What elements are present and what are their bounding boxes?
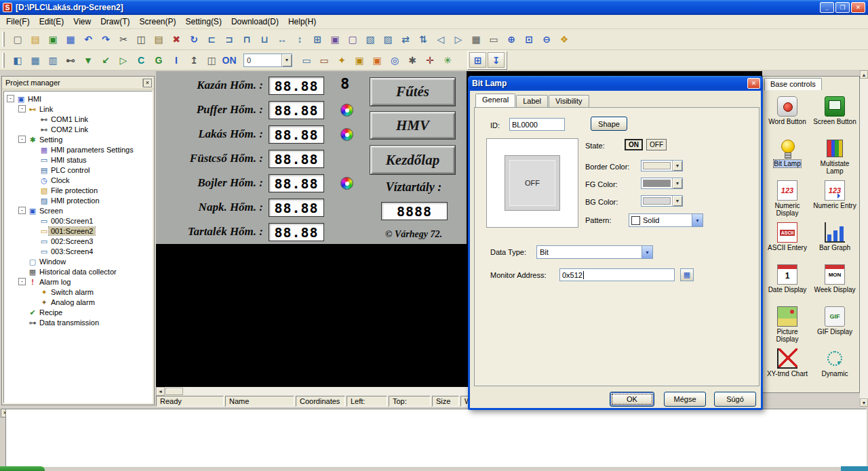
bring-front-icon[interactable]: ▧ <box>361 31 379 48</box>
password-icon[interactable]: ✦ <box>333 52 351 68</box>
toolbar-grip[interactable] <box>2 53 5 68</box>
hmi-label[interactable]: Puffer Hőm. : <box>156 103 263 117</box>
ok-button[interactable]: OK <box>610 392 654 407</box>
scroll-left-icon[interactable]: ◄ <box>156 387 165 396</box>
page-list-icon[interactable]: ◫ <box>203 52 220 68</box>
offline-simulation-icon[interactable]: ▭ <box>315 52 333 68</box>
align-bottom-icon[interactable]: ⊔ <box>256 31 273 48</box>
kezdolap-button[interactable]: Kezdőlap <box>370 145 456 175</box>
numeric-display[interactable]: 88.88 <box>269 199 324 217</box>
control-picture-display[interactable]: Picture Display <box>764 304 811 346</box>
help-button[interactable]: Súgó <box>714 392 756 407</box>
cancel-button[interactable]: Mégse <box>664 392 706 407</box>
pattern-select[interactable]: Solid ▼ <box>629 213 703 227</box>
add-screen-icon[interactable]: ▣ <box>44 31 62 48</box>
tree-item-window[interactable]: ▢Window <box>4 256 152 266</box>
tab-visibility[interactable]: Visibility <box>549 95 589 107</box>
collapse-toggle[interactable]: - <box>18 207 26 214</box>
output-content[interactable] <box>5 409 867 467</box>
tree-item-data-transmission[interactable]: ⊶Data transmission <box>4 317 152 327</box>
tree-item-file-protection[interactable]: ▧File protection <box>4 185 152 195</box>
tree-item-hmi-status[interactable]: ▭HMI status <box>4 155 152 165</box>
lock-icon[interactable]: ▣ <box>351 52 368 68</box>
tree-item-clock[interactable]: ◷Clock <box>4 175 152 185</box>
compile-icon[interactable]: C <box>132 52 150 68</box>
hmi-design-screen[interactable]: Kazán Hőm. : Puffer Hőm. : Lakás Hőm. : … <box>156 71 467 244</box>
hmi-label[interactable]: Kazán Hőm. : <box>156 79 263 92</box>
control-gif-display[interactable]: GIFGIF Display <box>811 304 859 346</box>
monitor-address-input[interactable]: 0x512 <box>559 268 675 281</box>
color-wheel-object[interactable] <box>340 128 353 141</box>
com-connect-icon[interactable]: ⊷ <box>62 52 79 68</box>
control-xy-trend-chart[interactable]: XY-trnd Chart <box>764 346 811 388</box>
state-off-button[interactable]: OFF <box>646 139 667 150</box>
menu-file[interactable]: File(F) <box>1 15 35 28</box>
tile-windows-icon[interactable]: ▦ <box>26 52 44 68</box>
color-wheel-object[interactable] <box>340 177 353 190</box>
tools-icon[interactable]: ✛ <box>421 52 439 68</box>
menu-setting[interactable]: Setting(S) <box>181 15 226 28</box>
tree-item-analog-alarm[interactable]: ✦Analog alarm <box>4 297 152 307</box>
collapse-toggle[interactable]: - <box>18 105 26 112</box>
control-numeric-display[interactable]: 123Numeric Display <box>764 178 811 220</box>
cascade-windows-icon[interactable]: ▥ <box>44 52 62 68</box>
numeric-display[interactable]: 88.88 <box>269 223 324 241</box>
monitor-icon[interactable]: ▭ <box>298 52 315 68</box>
tab-general[interactable]: General <box>475 94 515 107</box>
toolbar-grip[interactable] <box>2 32 5 47</box>
menu-draw[interactable]: Draw(T) <box>96 15 134 28</box>
control-week-display[interactable]: MONWeek Display <box>811 262 859 304</box>
scroll-up-icon[interactable]: ▲ <box>860 70 868 79</box>
download-icon[interactable]: ▼ <box>79 52 97 68</box>
tree-item-alarm-log[interactable]: -!Alarm log <box>4 277 152 287</box>
bg-color-select[interactable]: ▼ <box>641 195 683 207</box>
zoom-combobox[interactable]: 0 ▼ <box>243 54 292 67</box>
flip-vertical-icon[interactable]: ▷ <box>450 31 467 48</box>
align-left-icon[interactable]: ⊏ <box>203 31 220 48</box>
space-horizontal-icon[interactable]: ⇄ <box>397 31 414 48</box>
taskbar-start-fragment[interactable] <box>0 466 45 471</box>
tree-item-link[interactable]: -⊷Link <box>4 104 152 114</box>
tree-item-recipe[interactable]: ✔Recipe <box>4 307 152 317</box>
save-icon[interactable]: ▦ <box>62 31 79 48</box>
zoom-in-icon[interactable]: ⊕ <box>502 31 520 48</box>
border-color-select[interactable]: ▼ <box>641 160 683 171</box>
tree-item-screen1[interactable]: ▭000:Screen1 <box>4 216 152 226</box>
menu-help[interactable]: Help(H) <box>283 15 321 28</box>
redo-icon[interactable]: ↷ <box>97 31 115 48</box>
same-width-icon[interactable]: ↔ <box>273 31 291 48</box>
simulate-icon[interactable]: ON <box>220 52 238 68</box>
same-size-icon[interactable]: ⊞ <box>309 31 326 48</box>
close-button[interactable]: ✕ <box>851 2 865 13</box>
align-right-icon[interactable]: ⊐ <box>220 31 238 48</box>
collapse-toggle[interactable]: - <box>18 278 26 285</box>
numeric-display[interactable]: 88.88 <box>269 125 324 144</box>
tree-item-hmi-parameters[interactable]: ▦HMI parameters Settings <box>4 144 152 155</box>
tank-display[interactable]: 8888 <box>381 202 448 220</box>
paste-icon[interactable]: ▤ <box>150 31 167 48</box>
control-date-display[interactable]: 1Date Display <box>764 262 811 304</box>
undo-icon[interactable]: ↶ <box>79 31 97 48</box>
menu-edit[interactable]: Edit(E) <box>35 15 69 28</box>
fg-color-select[interactable]: ▼ <box>641 178 683 189</box>
grid-icon[interactable]: ▦ <box>467 31 485 48</box>
tree-item-hmi[interactable]: -▣HMI <box>4 94 152 104</box>
send-back-icon[interactable]: ▨ <box>379 31 397 48</box>
scrollbar-thumb[interactable] <box>165 388 183 395</box>
find-icon[interactable]: ◎ <box>386 52 403 68</box>
collapse-toggle[interactable]: - <box>18 136 26 143</box>
dropdown-arrow-icon[interactable]: ▼ <box>281 54 292 66</box>
restore-button[interactable]: ❐ <box>835 2 850 13</box>
control-multistate-lamp[interactable]: Multistate Lamp <box>811 136 859 178</box>
tree-item-hmi-protection[interactable]: ▨HMI protection <box>4 195 152 205</box>
rotate-icon[interactable]: ↻ <box>185 31 203 48</box>
group-icon[interactable]: ▣ <box>326 31 344 48</box>
tree-item-com1-link[interactable]: ⊷COM1 Link <box>4 114 152 124</box>
bit-lamp-object[interactable]: 8 <box>340 75 349 92</box>
control-word-button[interactable]: Word Button <box>764 94 811 136</box>
tab-label[interactable]: Label <box>516 95 548 107</box>
tree-item-plc-control[interactable]: ▤PLC control <box>4 165 152 175</box>
tree-item-setting[interactable]: -✱Setting <box>4 134 152 144</box>
same-height-icon[interactable]: ↕ <box>291 31 309 48</box>
hmi-label[interactable]: Tartalék Hőm. : <box>156 225 263 239</box>
